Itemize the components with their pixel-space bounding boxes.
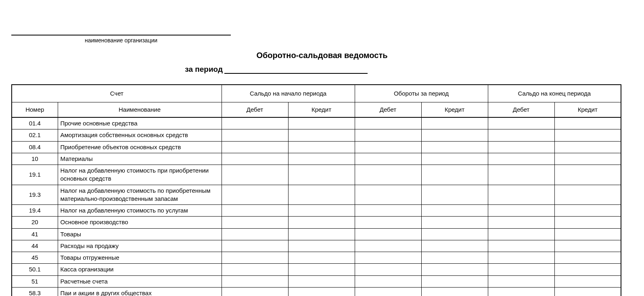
cell-account-number[interactable]: 19.3 [12,185,58,205]
cell-value[interactable] [421,141,488,153]
cell-value[interactable] [421,117,488,129]
cell-value[interactable] [288,185,355,205]
cell-account-number[interactable]: 19.1 [12,165,58,185]
cell-value[interactable] [222,217,288,228]
cell-value[interactable] [421,129,488,141]
cell-account-name[interactable]: Товары [58,228,222,240]
cell-account-name[interactable]: Товары отгруженные [58,252,222,264]
cell-value[interactable] [488,240,554,252]
cell-value[interactable] [554,117,621,129]
cell-value[interactable] [288,129,355,141]
cell-value[interactable] [288,275,355,287]
cell-account-number[interactable]: 58.3 [12,287,58,296]
cell-account-number[interactable]: 41 [12,228,58,240]
cell-account-name[interactable]: Касса организации [58,264,222,275]
cell-account-number[interactable]: 51 [12,275,58,287]
cell-account-name[interactable]: Налог на добавленную стоимость при приоб… [58,165,222,185]
cell-value[interactable] [488,165,554,185]
cell-account-number[interactable]: 20 [12,217,58,228]
cell-account-name[interactable]: Основное производство [58,217,222,228]
cell-value[interactable] [288,117,355,129]
cell-account-name[interactable]: Приобретение объектов основных средств [58,141,222,153]
cell-value[interactable] [488,185,554,205]
cell-value[interactable] [488,228,554,240]
cell-value[interactable] [554,264,621,275]
cell-value[interactable] [554,165,621,185]
cell-value[interactable] [288,141,355,153]
cell-value[interactable] [355,228,421,240]
cell-value[interactable] [355,240,421,252]
cell-value[interactable] [222,252,288,264]
cell-value[interactable] [288,240,355,252]
cell-value[interactable] [222,264,288,275]
cell-value[interactable] [554,185,621,205]
cell-value[interactable] [222,287,288,296]
cell-value[interactable] [355,217,421,228]
cell-value[interactable] [222,240,288,252]
cell-value[interactable] [222,165,288,185]
cell-value[interactable] [421,228,488,240]
cell-value[interactable] [554,153,621,165]
cell-value[interactable] [554,252,621,264]
cell-value[interactable] [355,129,421,141]
cell-value[interactable] [222,185,288,205]
cell-value[interactable] [488,287,554,296]
cell-value[interactable] [488,217,554,228]
cell-value[interactable] [355,275,421,287]
cell-account-name[interactable]: Материалы [58,153,222,165]
cell-value[interactable] [554,205,621,217]
cell-value[interactable] [288,165,355,185]
cell-value[interactable] [355,252,421,264]
cell-value[interactable] [288,217,355,228]
cell-account-name[interactable]: Налог на добавленную стоимость по приобр… [58,185,222,205]
cell-value[interactable] [421,153,488,165]
cell-account-number[interactable]: 02.1 [12,129,58,141]
cell-value[interactable] [421,287,488,296]
cell-value[interactable] [355,205,421,217]
cell-value[interactable] [288,264,355,275]
cell-value[interactable] [421,275,488,287]
cell-account-name[interactable]: Расчетные счета [58,275,222,287]
cell-value[interactable] [222,228,288,240]
cell-account-number[interactable]: 50.1 [12,264,58,275]
cell-value[interactable] [421,240,488,252]
cell-value[interactable] [421,264,488,275]
cell-value[interactable] [288,228,355,240]
cell-account-number[interactable]: 01.4 [12,117,58,129]
cell-value[interactable] [554,141,621,153]
cell-value[interactable] [488,205,554,217]
cell-value[interactable] [421,165,488,185]
cell-value[interactable] [355,185,421,205]
cell-value[interactable] [355,141,421,153]
cell-value[interactable] [488,264,554,275]
cell-account-name[interactable]: Расходы на продажу [58,240,222,252]
cell-value[interactable] [288,252,355,264]
cell-account-name[interactable]: Паи и акции в других обществах [58,287,222,296]
cell-value[interactable] [222,129,288,141]
cell-value[interactable] [421,252,488,264]
cell-value[interactable] [554,217,621,228]
cell-value[interactable] [554,240,621,252]
cell-value[interactable] [355,165,421,185]
cell-value[interactable] [554,129,621,141]
organization-name-field[interactable] [11,0,231,35]
cell-value[interactable] [355,153,421,165]
cell-value[interactable] [488,129,554,141]
cell-account-name[interactable]: Амортизация собственных основных средств [58,129,222,141]
cell-value[interactable] [222,153,288,165]
cell-value[interactable] [488,141,554,153]
cell-value[interactable] [488,275,554,287]
cell-value[interactable] [222,205,288,217]
cell-value[interactable] [288,205,355,217]
cell-value[interactable] [355,287,421,296]
cell-value[interactable] [488,153,554,165]
cell-value[interactable] [222,275,288,287]
cell-value[interactable] [421,185,488,205]
cell-account-number[interactable]: 08.4 [12,141,58,153]
cell-value[interactable] [554,287,621,296]
cell-value[interactable] [488,117,554,129]
cell-account-name[interactable]: Прочие основные средства [58,117,222,129]
cell-account-number[interactable]: 19.4 [12,205,58,217]
cell-value[interactable] [355,264,421,275]
cell-account-number[interactable]: 10 [12,153,58,165]
